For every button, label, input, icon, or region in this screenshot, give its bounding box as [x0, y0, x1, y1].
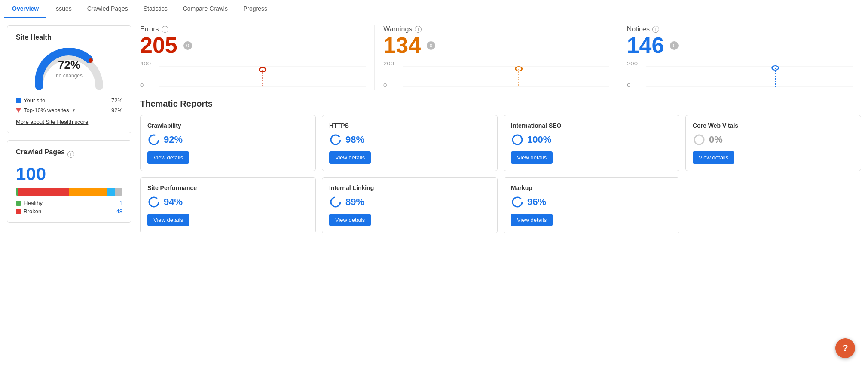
internal-linking-btn[interactable]: View details	[329, 214, 371, 226]
warnings-info-icon[interactable]: i	[415, 26, 422, 33]
your-site-item: Your site	[16, 97, 45, 104]
svg-point-19	[149, 135, 159, 144]
crawlability-score: 92%	[147, 133, 309, 146]
internal-linking-score: 89%	[329, 196, 490, 208]
intl-seo-title: International SEO	[511, 122, 672, 129]
legend-broken: Broken 48	[16, 208, 122, 215]
https-btn[interactable]: View details	[329, 151, 371, 164]
top-sites-icon	[16, 108, 21, 113]
errors-info-icon[interactable]: i	[162, 26, 168, 33]
tab-issues[interactable]: Issues	[46, 0, 79, 18]
errors-label: Errors	[140, 25, 159, 33]
core-web-vitals-title: Core Web Vitals	[693, 122, 854, 129]
intl-seo-btn[interactable]: View details	[511, 151, 553, 164]
your-site-color	[16, 98, 21, 103]
your-site-legend: Your site 72%	[16, 97, 122, 104]
bar-broken	[18, 188, 69, 196]
your-site-label: Your site	[24, 97, 45, 104]
errors-block: Errors i 205 0 400 0	[140, 25, 374, 90]
gauge-percent: 72%	[56, 58, 83, 72]
warnings-chart: 200 0	[383, 60, 609, 90]
internal-linking-icon	[329, 196, 342, 208]
report-https: HTTPS 98% View details	[322, 115, 498, 171]
crawled-count: 100	[16, 164, 122, 184]
chevron-down-icon: ▾	[73, 107, 75, 113]
notices-info-icon[interactable]: i	[652, 26, 659, 33]
svg-point-24	[331, 197, 340, 207]
report-site-performance: Site Performance 94% View details	[140, 177, 316, 233]
warnings-label: Warnings	[383, 25, 412, 33]
more-about-link[interactable]: More about Site Health score	[16, 119, 88, 125]
tab-statistics[interactable]: Statistics	[136, 0, 175, 18]
thematic-reports-title: Thematic Reports	[140, 99, 861, 109]
errors-badge: 0	[183, 41, 192, 50]
svg-text:400: 400	[140, 61, 151, 67]
bar-redirect	[107, 188, 115, 196]
svg-point-25	[513, 197, 522, 207]
notices-value: 146	[627, 33, 664, 58]
thematic-reports-section: Thematic Reports Crawlability 92% View d…	[140, 99, 861, 233]
tab-overview[interactable]: Overview	[4, 0, 46, 18]
tab-compare-crawls[interactable]: Compare Crawls	[175, 0, 235, 18]
crawled-pages-title: Crawled Pages	[16, 148, 65, 156]
top-sites-legend: Top-10% websites ▾ 92%	[16, 107, 122, 113]
site-performance-btn[interactable]: View details	[147, 214, 189, 226]
crawlability-icon	[147, 133, 160, 146]
errors-title: Errors i	[140, 25, 366, 33]
healthy-label: Healthy	[24, 200, 43, 206]
core-web-vitals-score: 0%	[693, 133, 854, 146]
warnings-title: Warnings i	[383, 25, 609, 33]
tab-bar: Overview Issues Crawled Pages Statistics…	[0, 0, 868, 18]
left-column: Site Health 72% no changes	[7, 25, 131, 233]
errors-value: 205	[140, 33, 177, 58]
report-markup: Markup 96% View details	[504, 177, 679, 233]
https-score: 98%	[329, 133, 490, 146]
gauge-container: 72% no changes	[16, 46, 122, 93]
notices-label: Notices	[627, 25, 650, 33]
site-health-title: Site Health	[16, 34, 122, 41]
core-web-vitals-btn[interactable]: View details	[693, 151, 734, 164]
crawled-legend: Healthy 1 Broken 48	[16, 200, 122, 215]
svg-point-21	[513, 135, 522, 144]
top-sites-label: Top-10% websites	[24, 107, 69, 113]
svg-text:0: 0	[627, 83, 630, 88]
bar-warning	[69, 188, 107, 196]
errors-chart: 400 0	[140, 60, 366, 90]
crawled-bar	[16, 188, 122, 196]
broken-label: Broken	[24, 208, 41, 215]
warnings-badge: 0	[427, 41, 435, 50]
svg-point-0	[89, 58, 93, 63]
healthy-count: 1	[119, 200, 122, 206]
warnings-block: Warnings i 134 0 200 0	[374, 25, 617, 90]
notices-block: Notices i 146 0 200 0	[618, 25, 861, 90]
report-intl-seo: International SEO 100% View details	[504, 115, 679, 171]
site-performance-score: 94%	[147, 196, 309, 208]
notices-chart: 200 0	[627, 60, 853, 90]
crawled-pages-info-icon[interactable]: i	[67, 151, 74, 158]
tab-progress[interactable]: Progress	[235, 0, 275, 18]
site-health-card: Site Health 72% no changes	[7, 25, 131, 133]
your-site-value: 72%	[111, 97, 122, 104]
reports-grid-row2: Site Performance 94% View details Intern…	[140, 177, 861, 233]
svg-point-22	[694, 135, 704, 144]
report-internal-linking: Internal Linking 89% View details	[322, 177, 498, 233]
right-column: Errors i 205 0 400 0	[131, 25, 861, 233]
markup-icon	[511, 196, 524, 208]
internal-linking-title: Internal Linking	[329, 184, 490, 191]
markup-title: Markup	[511, 184, 672, 191]
https-icon	[329, 133, 342, 146]
intl-seo-icon	[511, 133, 524, 146]
markup-btn[interactable]: View details	[511, 214, 553, 226]
empty-slot	[685, 177, 861, 233]
broken-dot	[16, 209, 21, 214]
crawled-pages-card: Crawled Pages i 100 Healthy 1	[7, 140, 131, 223]
svg-text:200: 200	[627, 61, 638, 67]
tab-crawled-pages[interactable]: Crawled Pages	[79, 0, 136, 18]
svg-text:200: 200	[383, 61, 394, 67]
bar-other	[115, 188, 122, 196]
https-title: HTTPS	[329, 122, 490, 129]
crawlability-btn[interactable]: View details	[147, 151, 189, 164]
svg-text:0: 0	[140, 83, 144, 88]
crawlability-title: Crawlability	[147, 122, 309, 129]
warnings-value: 134	[383, 33, 421, 58]
